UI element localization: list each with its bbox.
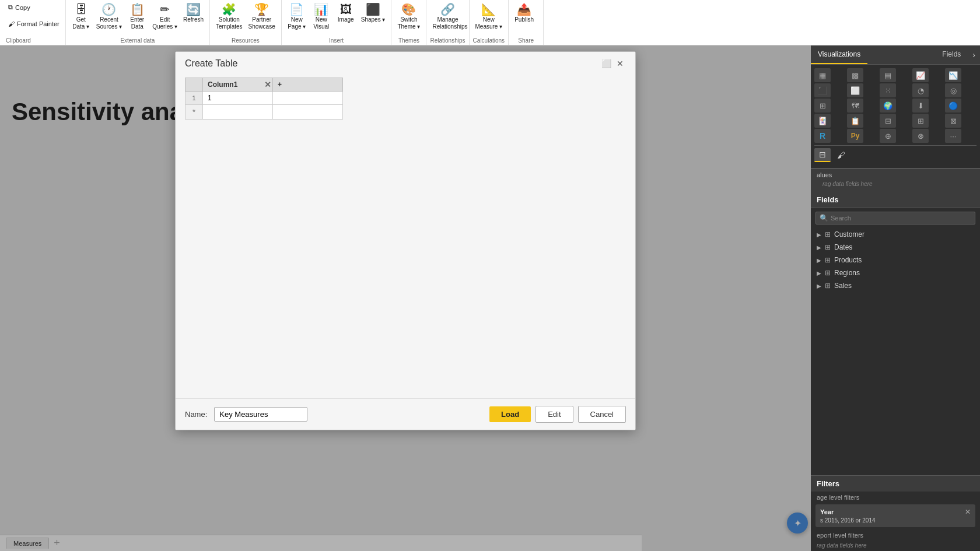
format-painter-icon: 🖌 [8, 20, 15, 27]
viz-icon-matrix[interactable]: ⊠ [945, 114, 961, 128]
year-filter-close[interactable]: ✕ [965, 508, 971, 516]
visualizations-tab[interactable]: Visualizations [811, 45, 867, 64]
dialog-close-button[interactable]: ✕ [614, 58, 626, 69]
table-icon: ⊞ [825, 256, 831, 264]
edit-queries-button[interactable]: ✏ EditQueries ▾ [150, 2, 180, 31]
viz-icon-scatter[interactable]: ⁙ [880, 83, 896, 97]
fields-tab[interactable]: Fields [935, 45, 968, 64]
dialog-maximize-button[interactable]: ⬜ [600, 58, 612, 69]
field-label-regions: Regions [834, 269, 860, 277]
publish-button[interactable]: 📤 Publish [512, 2, 536, 24]
panel-collapse-button[interactable]: › [968, 45, 980, 64]
table-icon: ⊞ [825, 230, 831, 238]
viz-icon-donut[interactable]: ◎ [945, 83, 961, 97]
image-button[interactable]: 🖼 Image [334, 2, 358, 24]
viz-icon-python[interactable]: Py [847, 129, 863, 143]
copy-button[interactable]: ⧉ Copy [6, 2, 33, 12]
fields-search-box[interactable]: 🔍 [816, 212, 975, 224]
recent-sources-button[interactable]: 🕐 RecentSources ▾ [94, 2, 124, 31]
viz-icon-filled-map[interactable]: 🌍 [880, 99, 896, 113]
expand-icon: ▶ [817, 283, 821, 289]
switch-theme-button[interactable]: 🎨 SwitchTheme ▾ [395, 2, 422, 31]
cell-1-1[interactable]: 1 [203, 92, 273, 105]
field-item-dates[interactable]: ▶ ⊞ Dates [811, 241, 980, 254]
solution-templates-label: SolutionTemplates [216, 16, 243, 30]
table-row: 1 1 [186, 92, 343, 105]
new-measure-button[interactable]: 📐 NewMeasure ▾ [473, 2, 505, 31]
filters-header[interactable]: Filters [811, 476, 980, 492]
format-painter-row: 🖌 Format Painter [6, 19, 62, 36]
field-item-customer[interactable]: ▶ ⊞ Customer [811, 228, 980, 241]
new-measure-icon: 📐 [481, 3, 496, 15]
add-col-icon: + [278, 80, 282, 89]
viz-icon-treemap[interactable]: ⊞ [814, 99, 831, 113]
viz-icon-100area[interactable]: ⬜ [847, 83, 863, 97]
field-label-dates: Dates [834, 243, 852, 251]
values-drop-zone: rag data fields here [817, 178, 974, 189]
year-filter-value: s 2015, 2016 or 2014 [820, 517, 971, 524]
viz-tab-values[interactable]: ⊟ [814, 148, 831, 162]
get-data-button[interactable]: 🗄 GetData ▾ [69, 2, 93, 31]
manage-relationships-icon: 🔗 [440, 3, 455, 15]
viz-icon-custom1[interactable]: ⊕ [880, 129, 896, 143]
viz-icon-funnel[interactable]: ⬇ [912, 99, 929, 113]
partner-showcase-button[interactable]: 🏆 PartnerShowcase [246, 2, 278, 31]
refresh-button[interactable]: 🔄 Refresh [181, 2, 206, 24]
enter-data-button[interactable]: 📋 EnterData [125, 2, 149, 31]
add-column-button[interactable]: ✕ [264, 80, 271, 89]
viz-icon-map[interactable]: 🗺 [847, 99, 863, 113]
year-filter-card: Year ✕ s 2015, 2016 or 2014 [816, 504, 975, 527]
viz-icon-area[interactable]: 📉 [945, 68, 961, 82]
viz-panel: ▦ ▩ ▤ 📈 📉 ⬛ ⬜ ⁙ ◔ ◎ ⊞ 🗺 🌍 ⬇ 🔵 🃏 📋 [811, 65, 980, 169]
external-data-group: 🗄 GetData ▾ 🕐 RecentSources ▾ 📋 EnterDat… [66, 0, 210, 45]
new-row-cell[interactable] [203, 105, 273, 120]
partner-showcase-icon: 🏆 [254, 3, 269, 15]
relationships-label: Relationships [430, 36, 465, 44]
viz-icon-stacked-bar[interactable]: ▩ [847, 68, 863, 82]
solution-templates-button[interactable]: 🧩 SolutionTemplates [214, 2, 245, 31]
viz-icon-line[interactable]: 📈 [912, 68, 929, 82]
field-item-sales[interactable]: ▶ ⊞ Sales [811, 279, 980, 292]
share-label: Share [512, 36, 540, 44]
expand-icon: ▶ [817, 231, 821, 238]
manage-relationships-button[interactable]: 🔗 ManageRelationships [430, 2, 465, 31]
main-layout: Sensitivity analysi Create Table ⬜ ✕ [0, 45, 980, 551]
shapes-button[interactable]: ⬛ Shapes ▾ [359, 2, 388, 24]
new-page-button[interactable]: 📄 NewPage ▾ [285, 2, 309, 31]
field-item-regions[interactable]: ▶ ⊞ Regions [811, 266, 980, 279]
format-painter-button[interactable]: 🖌 Format Painter [6, 19, 62, 29]
new-visual-button[interactable]: 📊 NewVisual [310, 2, 333, 31]
viz-icon-stacked-area[interactable]: ⬛ [814, 83, 831, 97]
viz-icon-100bar[interactable]: ▤ [880, 68, 896, 82]
image-icon: 🖼 [340, 3, 352, 15]
themes-label: Themes [395, 36, 422, 44]
cancel-button[interactable]: Cancel [578, 406, 626, 423]
viz-icon-card[interactable]: 🃏 [814, 114, 831, 128]
viz-icon-table-viz[interactable]: ⊞ [912, 114, 929, 128]
new-row-cell-extra [273, 105, 343, 120]
dialog-title: Create Table [185, 58, 237, 69]
viz-icon-gauge[interactable]: 🔵 [945, 99, 961, 113]
viz-icon-bar[interactable]: ▦ [814, 68, 831, 82]
row-num-1: 1 [186, 92, 203, 105]
external-data-label: External data [69, 36, 206, 44]
viz-icon-more[interactable]: ··· [945, 129, 961, 143]
insert-label: Insert [285, 36, 388, 44]
viz-icon-slicer[interactable]: ⊟ [880, 114, 896, 128]
name-input[interactable] [214, 407, 307, 422]
add-column-header[interactable]: + [273, 78, 343, 92]
relationships-buttons: 🔗 ManageRelationships [430, 2, 465, 36]
copy-label: Copy [15, 4, 30, 11]
filter-card-header: Year ✕ [820, 508, 971, 516]
field-item-products[interactable]: ▶ ⊞ Products [811, 254, 980, 266]
themes-group: 🎨 SwitchTheme ▾ Themes [391, 0, 426, 45]
load-button[interactable]: Load [489, 406, 531, 422]
viz-icon-pie[interactable]: ◔ [912, 83, 929, 97]
viz-tab-format[interactable]: 🖌 [833, 148, 849, 162]
fields-search-input[interactable] [831, 215, 971, 222]
edit-button[interactable]: Edit [536, 406, 573, 423]
viz-icon-kpi[interactable]: 📋 [847, 114, 863, 128]
viz-icon-r[interactable]: R [814, 129, 831, 143]
themes-buttons: 🎨 SwitchTheme ▾ [395, 2, 422, 36]
viz-icon-custom2[interactable]: ⊗ [912, 129, 929, 143]
